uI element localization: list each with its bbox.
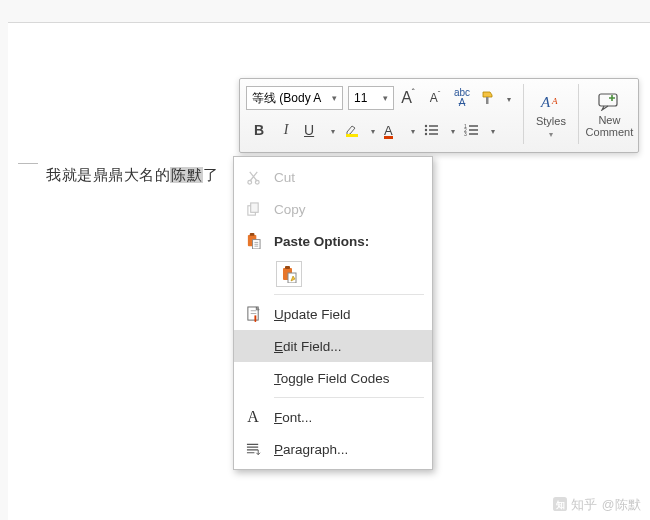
menu-item-edit-field[interactable]: Edit Field... <box>234 330 432 362</box>
numbering-icon: 123 <box>464 123 480 137</box>
menu-label: Font... <box>274 410 312 425</box>
svg-rect-16 <box>249 233 254 236</box>
styles-icon: AA <box>540 92 562 112</box>
paste-icon <box>244 232 262 250</box>
menu-header-paste-options: Paste Options: <box>234 225 432 257</box>
grow-font-button[interactable]: Aˆ <box>395 84 421 112</box>
numbering-button[interactable]: 123 ▾ <box>460 116 499 144</box>
blank-icon <box>244 337 262 355</box>
svg-text:知: 知 <box>554 500 564 510</box>
chevron-down-icon: ▾ <box>491 127 495 136</box>
document-body-text[interactable]: 我就是鼎鼎大名的陈默了 <box>46 166 219 185</box>
svg-rect-14 <box>250 202 258 211</box>
new-comment-label-2: Comment <box>586 126 634 138</box>
format-painter-icon <box>480 90 496 106</box>
underline-label: U <box>304 122 314 138</box>
underline-button[interactable]: U ▾ <box>300 116 339 144</box>
paragraph-icon <box>244 440 262 458</box>
menu-label: Update Field <box>274 307 351 322</box>
svg-point-12 <box>255 180 259 184</box>
menu-label: Copy <box>274 202 306 217</box>
svg-rect-0 <box>486 97 489 104</box>
menu-label: Cut <box>274 170 295 185</box>
zhihu-icon: 知 <box>553 497 567 511</box>
highlight-button[interactable]: ▾ <box>340 116 379 144</box>
context-menu: Cut Copy Paste Options: Update Field <box>233 156 433 470</box>
svg-text:A: A <box>551 96 558 106</box>
margin-marker-line <box>18 163 38 164</box>
paste-option-row <box>234 257 432 291</box>
chevron-down-icon: ▾ <box>507 95 511 104</box>
chevron-down-icon: ▾ <box>549 130 553 139</box>
chevron-down-icon: ▾ <box>411 127 415 136</box>
svg-point-3 <box>425 129 427 131</box>
bold-button[interactable]: B <box>246 116 272 144</box>
cut-icon <box>244 168 262 186</box>
clipboard-icon <box>281 266 297 283</box>
separator <box>274 397 424 398</box>
svg-text:A: A <box>540 94 551 110</box>
copy-icon <box>244 200 262 218</box>
menu-item-cut: Cut <box>234 161 432 193</box>
menu-item-paragraph[interactable]: Paragraph... <box>234 433 432 465</box>
phonetic-guide-button[interactable]: abcA <box>449 84 475 112</box>
italic-button[interactable]: I <box>273 116 299 144</box>
bullets-icon <box>424 123 440 137</box>
mini-toolbar-main: 等线 (Body A ▾ 11 ▾ Aˆ Aˇ abcA ▾ B <box>240 79 521 152</box>
menu-label: Toggle Field Codes <box>274 371 390 386</box>
styles-button[interactable]: AA Styles ▾ <box>526 79 576 152</box>
menu-item-copy: Copy <box>234 193 432 225</box>
update-field-icon <box>244 305 262 323</box>
font-name-combo[interactable]: 等线 (Body A ▾ <box>246 86 343 110</box>
svg-point-11 <box>247 180 251 184</box>
svg-rect-10 <box>599 94 617 106</box>
svg-point-2 <box>425 125 427 127</box>
new-comment-button[interactable]: New Comment <box>581 79 638 152</box>
paste-keep-formatting-button[interactable] <box>276 261 302 287</box>
menu-label: Edit Field... <box>274 339 342 354</box>
menu-item-font[interactable]: A Font... <box>234 401 432 433</box>
svg-rect-22 <box>254 315 256 321</box>
menu-item-update-field[interactable]: Update Field <box>234 298 432 330</box>
svg-point-4 <box>425 133 427 135</box>
blank-icon <box>244 369 262 387</box>
font-size-combo[interactable]: 11 ▾ <box>348 86 394 110</box>
mini-toolbar: 等线 (Body A ▾ 11 ▾ Aˆ Aˇ abcA ▾ B <box>239 78 639 153</box>
document-page: 我就是鼎鼎大名的陈默了 等线 (Body A ▾ 11 ▾ Aˆ Aˇ abcA <box>8 22 650 520</box>
menu-item-toggle-field-codes[interactable]: Toggle Field Codes <box>234 362 432 394</box>
text-run[interactable]: 了 <box>203 167 219 183</box>
font-size-value: 11 <box>354 91 367 105</box>
styles-label: Styles <box>536 115 566 127</box>
font-color-button[interactable]: A ▾ <box>380 116 419 144</box>
svg-text:3: 3 <box>464 131 467 137</box>
watermark: 知知乎 @陈默 <box>553 497 642 514</box>
bullets-button[interactable]: ▾ <box>420 116 459 144</box>
chevron-down-icon: ▾ <box>371 127 375 136</box>
shrink-font-button[interactable]: Aˇ <box>422 84 448 112</box>
text-run[interactable]: 我就是鼎鼎大名的 <box>46 167 170 183</box>
new-comment-icon <box>598 93 620 111</box>
menu-label: Paste Options: <box>274 234 369 249</box>
font-icon: A <box>244 408 262 426</box>
chevron-down-icon: ▾ <box>451 127 455 136</box>
highlight-icon <box>344 122 360 138</box>
svg-rect-19 <box>285 266 290 269</box>
separator <box>523 84 524 144</box>
font-name-value: 等线 (Body A <box>252 90 321 107</box>
chevron-down-icon: ▾ <box>383 93 388 103</box>
separator <box>274 294 424 295</box>
chevron-down-icon: ▾ <box>331 127 335 136</box>
new-comment-label-1: New <box>586 114 634 126</box>
svg-point-23 <box>254 321 256 322</box>
format-painter-button[interactable]: ▾ <box>476 84 515 112</box>
svg-rect-1 <box>346 134 358 137</box>
selected-field-text[interactable]: 陈默 <box>170 167 203 183</box>
separator <box>578 84 579 144</box>
chevron-down-icon: ▾ <box>332 93 337 103</box>
menu-label: Paragraph... <box>274 442 348 457</box>
